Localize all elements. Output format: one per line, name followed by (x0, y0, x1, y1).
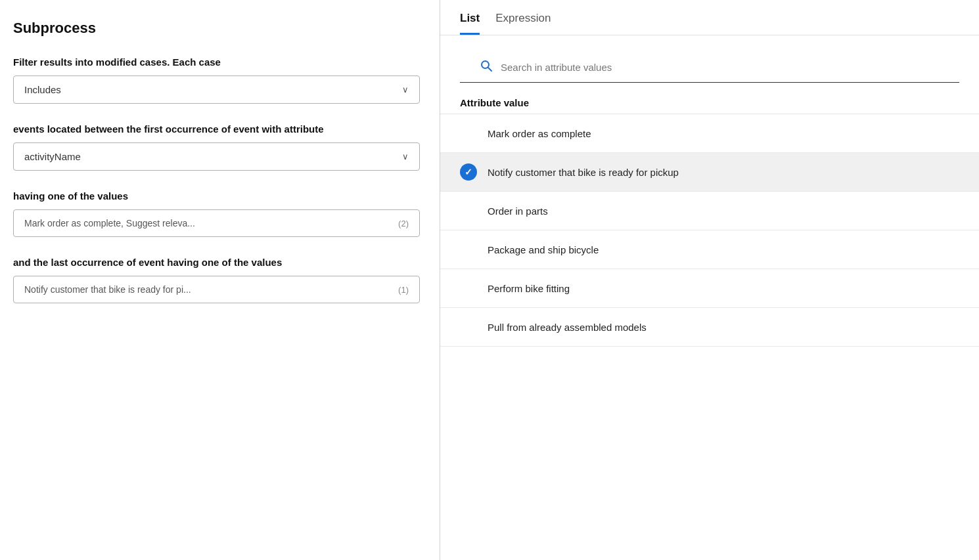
search-input[interactable] (501, 62, 940, 73)
right-panel: List Expression Attribute value Mark ord… (440, 0, 979, 560)
list-item[interactable]: Package and ship bicycle (440, 230, 979, 269)
last-count-badge: (1) (398, 285, 409, 295)
last-value-box[interactable]: Notify customer that bike is ready for p… (13, 276, 420, 303)
list-item[interactable]: Mark order as complete (440, 114, 979, 153)
search-bar (460, 46, 959, 83)
list-item-label: Perform bike fitting (488, 283, 570, 294)
filter-dropdown[interactable]: Includes ∨ (13, 75, 420, 104)
unselected-icon (460, 318, 477, 335)
having-count-badge: (2) (398, 219, 409, 228)
attribute-list: Attribute value Mark order as complete N… (440, 83, 979, 560)
list-item[interactable]: Notify customer that bike is ready for p… (440, 153, 979, 192)
list-item-label: Package and ship bicycle (488, 244, 599, 255)
attribute-dropdown-value: activityName (24, 151, 81, 162)
left-panel: Subprocess Filter results into modified … (0, 0, 440, 560)
tab-expression[interactable]: Expression (495, 12, 551, 35)
having-value-text: Mark order as complete, Suggest releva..… (24, 218, 195, 228)
filter-section: Filter results into modified cases. Each… (13, 55, 420, 104)
tab-list[interactable]: List (460, 12, 480, 35)
unselected-icon (460, 280, 477, 297)
events-section: events located between the first occurre… (13, 122, 420, 171)
filter-dropdown-value: Includes (24, 84, 61, 95)
list-item[interactable]: Order in parts (440, 192, 979, 230)
having-value-box[interactable]: Mark order as complete, Suggest releva..… (13, 209, 420, 237)
unselected-icon (460, 125, 477, 142)
unselected-icon (460, 241, 477, 258)
list-item-label: Order in parts (488, 205, 548, 217)
list-item[interactable]: Perform bike fitting (440, 269, 979, 308)
tabs-header: List Expression (440, 0, 979, 35)
panel-title: Subprocess (13, 20, 420, 37)
svg-line-1 (488, 68, 491, 71)
attribute-dropdown[interactable]: activityName ∨ (13, 142, 420, 171)
search-icon (480, 59, 493, 75)
events-label: events located between the first occurre… (13, 122, 420, 136)
last-occurrence-section: and the last occurrence of event having … (13, 255, 420, 303)
last-occurrence-label: and the last occurrence of event having … (13, 255, 420, 269)
having-label: having one of the values (13, 189, 420, 203)
list-header: Attribute value (440, 89, 979, 114)
list-item-label: Mark order as complete (488, 128, 591, 139)
unselected-icon (460, 202, 477, 219)
last-value-text: Notify customer that bike is ready for p… (24, 284, 191, 295)
check-icon (460, 163, 477, 181)
chevron-down-icon: ∨ (402, 85, 409, 95)
having-section: having one of the values Mark order as c… (13, 189, 420, 237)
list-item-label: Notify customer that bike is ready for p… (488, 167, 679, 178)
filter-label: Filter results into modified cases. Each… (13, 55, 420, 69)
list-item[interactable]: Pull from already assembled models (440, 308, 979, 347)
chevron-down-icon: ∨ (402, 152, 409, 162)
list-item-label: Pull from already assembled models (488, 322, 647, 333)
